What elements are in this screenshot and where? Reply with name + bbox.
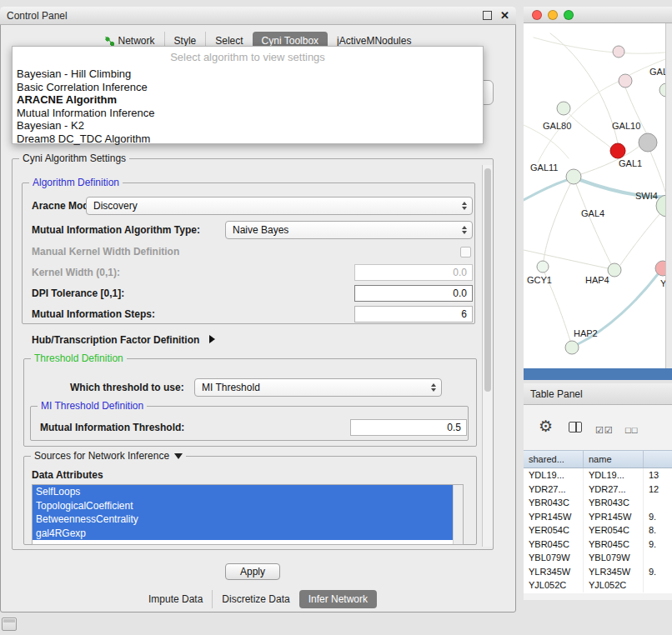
table-cell: 9. xyxy=(644,565,672,579)
network-node[interactable] xyxy=(608,263,621,277)
node-label: GCY1 xyxy=(527,275,552,285)
table-cell: YDL19... xyxy=(524,468,584,482)
hub-definition-toggle[interactable]: Hub/Transcription Factor Definition xyxy=(32,334,215,346)
zoom-traffic-light[interactable] xyxy=(564,10,574,20)
table-cell: 13 xyxy=(644,468,672,482)
minimize-traffic-light[interactable] xyxy=(548,10,558,20)
manual-kernel-checkbox[interactable] xyxy=(460,247,471,258)
network-node[interactable] xyxy=(639,133,657,152)
algorithm-option[interactable]: ARACNE Algorithm xyxy=(13,93,483,107)
network-node[interactable] xyxy=(537,261,549,272)
close-traffic-light[interactable] xyxy=(532,10,542,20)
mi-algorithm-type-select[interactable]: Naive Bayes xyxy=(225,221,473,239)
tab-infer-network[interactable]: Infer Network xyxy=(299,590,377,608)
expand-arrow-icon xyxy=(209,335,215,343)
node-label: GAL4 xyxy=(581,208,604,218)
select-all-rows-icon[interactable] xyxy=(595,422,614,437)
table-row[interactable]: YDL19...YDL19...13 xyxy=(524,468,672,482)
settings-scrollbar[interactable] xyxy=(482,165,493,547)
table-cell: YER054C xyxy=(584,523,644,538)
aracne-mode-select[interactable]: Discovery xyxy=(86,197,473,215)
network-edge[interactable] xyxy=(650,152,665,195)
network-edge[interactable] xyxy=(524,180,567,200)
dpi-tolerance-label: DPI Tolerance [0,1]: xyxy=(32,288,124,299)
table-cell: YPR145W xyxy=(524,510,584,524)
table-cell: YJL052C xyxy=(584,578,644,592)
table-row[interactable]: YDR27...YDR27...12 xyxy=(524,482,672,497)
table-cell: YLR345W xyxy=(584,565,644,579)
control-panel-titlebar[interactable]: Control Panel xyxy=(0,7,516,25)
algorithm-dropdown-list: Select algorithm to view settings Bayesi… xyxy=(12,46,484,144)
column-header[interactable] xyxy=(644,451,672,468)
algorithm-option[interactable]: Bayesian - K2 xyxy=(13,119,483,132)
which-threshold-select[interactable]: MI Threshold xyxy=(194,378,442,397)
deselect-all-rows-icon[interactable] xyxy=(625,422,638,437)
table-row[interactable]: YPR145WYPR145W9. xyxy=(524,510,672,524)
table-cell xyxy=(644,551,672,565)
list-scrollbar[interactable] xyxy=(453,485,463,544)
aracne-mode-value: Discovery xyxy=(93,200,138,212)
table-row[interactable]: YLR345WYLR345W9. xyxy=(524,565,672,579)
table-cell: 12 xyxy=(644,482,672,497)
data-attribute-item[interactable]: BetweennessCentrality xyxy=(33,512,457,527)
tab-impute-data[interactable]: Impute Data xyxy=(139,590,212,608)
table-cell: YLR345W xyxy=(524,565,584,579)
network-edge[interactable] xyxy=(576,184,611,264)
algorithm-option[interactable]: Bayesian - Hill Climbing xyxy=(13,68,483,81)
kernel-width-label: Kernel Width (0,1): xyxy=(32,267,120,278)
network-node[interactable] xyxy=(610,143,625,158)
float-window-icon[interactable] xyxy=(483,11,492,20)
kernel-width-input[interactable]: 0.0 xyxy=(354,264,473,281)
minimized-panel-icon[interactable] xyxy=(2,618,17,631)
mi-steps-input[interactable]: 6 xyxy=(354,306,473,322)
table-panel-title: Table Panel xyxy=(530,388,583,400)
algorithm-option[interactable]: Basic Correlation Inference xyxy=(13,81,483,94)
column-visibility-icon[interactable] xyxy=(569,422,582,432)
network-edge[interactable] xyxy=(534,38,665,53)
algorithm-option[interactable]: Mutual Information Inference xyxy=(13,107,483,120)
network-vertical-scrollbar[interactable] xyxy=(665,23,672,368)
tab-discretize-data[interactable]: Discretize Data xyxy=(212,590,298,608)
sources-group-title: Sources for Network Inference xyxy=(34,450,169,462)
column-header[interactable]: shared... xyxy=(524,451,584,468)
table-cell: YDL19... xyxy=(584,468,644,482)
network-edge[interactable] xyxy=(620,213,660,265)
settings-gear-icon[interactable] xyxy=(539,417,553,436)
network-node[interactable] xyxy=(659,83,665,97)
column-header[interactable]: name xyxy=(584,451,644,468)
network-edge[interactable] xyxy=(569,114,610,148)
network-node[interactable] xyxy=(565,341,579,354)
network-node[interactable] xyxy=(619,74,632,88)
data-attribute-item[interactable]: TopologicalCoefficient xyxy=(33,499,457,513)
settings-scrollbar-thumb[interactable] xyxy=(484,168,491,392)
network-edge[interactable] xyxy=(544,184,570,261)
network-window-titlebar[interactable] xyxy=(524,7,672,23)
table-cell: YBR043C xyxy=(524,496,584,510)
data-attribute-item[interactable]: SelfLoops xyxy=(33,485,457,499)
dpi-tolerance-input[interactable]: 0.0 xyxy=(354,285,473,302)
network-node[interactable] xyxy=(613,46,624,58)
data-attributes-list: SelfLoopsTopologicalCoefficientBetweenne… xyxy=(32,484,464,545)
algorithm-option[interactable]: Dream8 DC_TDC Algorithm xyxy=(13,132,483,146)
node-label: GAL xyxy=(649,67,665,77)
table-row[interactable]: YJL052CYJL052C xyxy=(524,578,672,592)
apply-button[interactable]: Apply xyxy=(225,563,280,580)
network-edge[interactable] xyxy=(524,250,608,268)
table-row[interactable]: YBL079WYBL079W xyxy=(524,551,672,565)
network-node[interactable] xyxy=(566,169,581,184)
mi-threshold-input[interactable]: 0.5 xyxy=(350,419,467,436)
node-label: GAL1 xyxy=(619,158,642,168)
table-panel-titlebar[interactable]: Table Panel xyxy=(524,383,672,405)
mi-threshold-definition-title: MI Threshold Definition xyxy=(38,400,147,412)
table-row[interactable]: YER054CYER054C8. xyxy=(524,523,672,538)
table-row[interactable]: YBR045CYBR045C9. xyxy=(524,538,672,552)
sources-group-toggle[interactable]: Sources for Network Inference xyxy=(31,450,186,462)
tab-label: Network xyxy=(118,35,155,47)
tab-label: Infer Network xyxy=(308,593,368,605)
table-header-row: shared...name xyxy=(524,450,672,468)
data-attribute-item[interactable]: gal4RGexp xyxy=(33,527,457,541)
table-row[interactable]: YBR043CYBR043C xyxy=(524,496,672,510)
close-window-icon[interactable] xyxy=(500,12,509,20)
table-cell: YBR045C xyxy=(584,538,644,552)
network-node[interactable] xyxy=(557,102,570,115)
